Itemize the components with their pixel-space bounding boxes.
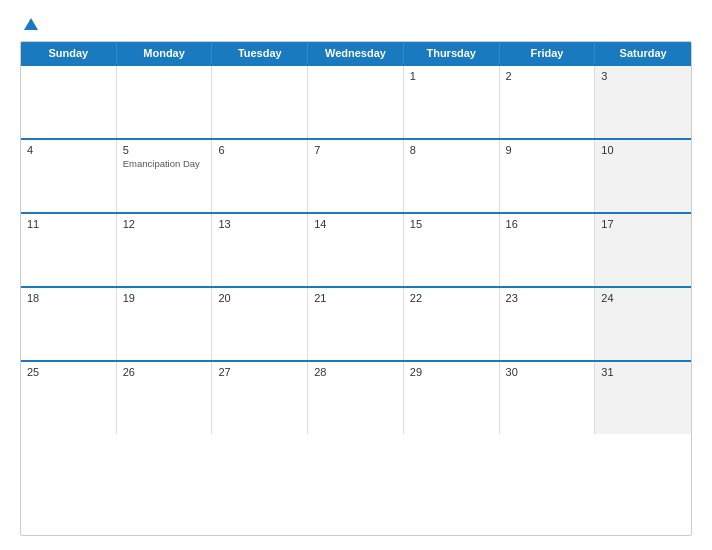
calendar-cell: 25 bbox=[21, 362, 117, 434]
calendar-cell: 19 bbox=[117, 288, 213, 360]
calendar-cell: 20 bbox=[212, 288, 308, 360]
day-number: 25 bbox=[27, 366, 110, 378]
calendar-week-3: 11121314151617 bbox=[21, 212, 691, 286]
header-day-friday: Friday bbox=[500, 42, 596, 64]
day-number: 22 bbox=[410, 292, 493, 304]
page-header bbox=[20, 18, 692, 31]
header-day-wednesday: Wednesday bbox=[308, 42, 404, 64]
day-number: 18 bbox=[27, 292, 110, 304]
calendar-cell: 24 bbox=[595, 288, 691, 360]
header-day-tuesday: Tuesday bbox=[212, 42, 308, 64]
calendar-cell: 16 bbox=[500, 214, 596, 286]
calendar-cell bbox=[308, 66, 404, 138]
day-number: 31 bbox=[601, 366, 685, 378]
calendar-cell: 10 bbox=[595, 140, 691, 212]
day-number: 12 bbox=[123, 218, 206, 230]
calendar-cell: 1 bbox=[404, 66, 500, 138]
calendar-cell: 6 bbox=[212, 140, 308, 212]
day-number: 4 bbox=[27, 144, 110, 156]
calendar-cell: 31 bbox=[595, 362, 691, 434]
calendar-cell: 18 bbox=[21, 288, 117, 360]
day-number: 27 bbox=[218, 366, 301, 378]
calendar-cell: 23 bbox=[500, 288, 596, 360]
header-day-monday: Monday bbox=[117, 42, 213, 64]
logo bbox=[20, 18, 38, 31]
calendar-cell: 4 bbox=[21, 140, 117, 212]
day-number: 26 bbox=[123, 366, 206, 378]
calendar-cell bbox=[117, 66, 213, 138]
calendar-cell: 3 bbox=[595, 66, 691, 138]
day-number: 11 bbox=[27, 218, 110, 230]
day-number: 17 bbox=[601, 218, 685, 230]
calendar-cell: 28 bbox=[308, 362, 404, 434]
calendar-cell bbox=[21, 66, 117, 138]
calendar-cell: 26 bbox=[117, 362, 213, 434]
calendar-cell: 29 bbox=[404, 362, 500, 434]
day-number: 3 bbox=[601, 70, 685, 82]
day-number: 9 bbox=[506, 144, 589, 156]
day-number: 20 bbox=[218, 292, 301, 304]
calendar-cell: 21 bbox=[308, 288, 404, 360]
day-number: 29 bbox=[410, 366, 493, 378]
day-number: 13 bbox=[218, 218, 301, 230]
calendar-cell: 2 bbox=[500, 66, 596, 138]
calendar-cell: 13 bbox=[212, 214, 308, 286]
calendar-week-4: 18192021222324 bbox=[21, 286, 691, 360]
calendar-cell: 27 bbox=[212, 362, 308, 434]
day-number: 5 bbox=[123, 144, 206, 156]
day-number: 23 bbox=[506, 292, 589, 304]
day-number: 8 bbox=[410, 144, 493, 156]
calendar-grid: SundayMondayTuesdayWednesdayThursdayFrid… bbox=[20, 41, 692, 536]
calendar-cell: 11 bbox=[21, 214, 117, 286]
day-number: 24 bbox=[601, 292, 685, 304]
calendar-week-2: 45Emancipation Day678910 bbox=[21, 138, 691, 212]
day-number: 14 bbox=[314, 218, 397, 230]
calendar-cell: 9 bbox=[500, 140, 596, 212]
logo-triangle-icon bbox=[24, 18, 38, 30]
calendar-cell: 17 bbox=[595, 214, 691, 286]
calendar-cell: 14 bbox=[308, 214, 404, 286]
calendar-cell: 12 bbox=[117, 214, 213, 286]
day-number: 21 bbox=[314, 292, 397, 304]
calendar-cell: 15 bbox=[404, 214, 500, 286]
calendar-cell: 30 bbox=[500, 362, 596, 434]
calendar-cell: 8 bbox=[404, 140, 500, 212]
header-day-thursday: Thursday bbox=[404, 42, 500, 64]
day-number: 2 bbox=[506, 70, 589, 82]
calendar-cell bbox=[212, 66, 308, 138]
calendar-cell: 5Emancipation Day bbox=[117, 140, 213, 212]
header-day-sunday: Sunday bbox=[21, 42, 117, 64]
calendar-week-1: 123 bbox=[21, 64, 691, 138]
day-number: 30 bbox=[506, 366, 589, 378]
calendar-page: SundayMondayTuesdayWednesdayThursdayFrid… bbox=[0, 0, 712, 550]
calendar-cell: 7 bbox=[308, 140, 404, 212]
day-number: 19 bbox=[123, 292, 206, 304]
calendar-header: SundayMondayTuesdayWednesdayThursdayFrid… bbox=[21, 42, 691, 64]
day-number: 28 bbox=[314, 366, 397, 378]
day-number: 15 bbox=[410, 218, 493, 230]
day-number: 1 bbox=[410, 70, 493, 82]
calendar-week-5: 25262728293031 bbox=[21, 360, 691, 434]
day-number: 10 bbox=[601, 144, 685, 156]
header-day-saturday: Saturday bbox=[595, 42, 691, 64]
calendar-body: 12345Emancipation Day6789101112131415161… bbox=[21, 64, 691, 434]
day-number: 6 bbox=[218, 144, 301, 156]
calendar-cell: 22 bbox=[404, 288, 500, 360]
day-number: 7 bbox=[314, 144, 397, 156]
day-number: 16 bbox=[506, 218, 589, 230]
holiday-label: Emancipation Day bbox=[123, 158, 206, 170]
